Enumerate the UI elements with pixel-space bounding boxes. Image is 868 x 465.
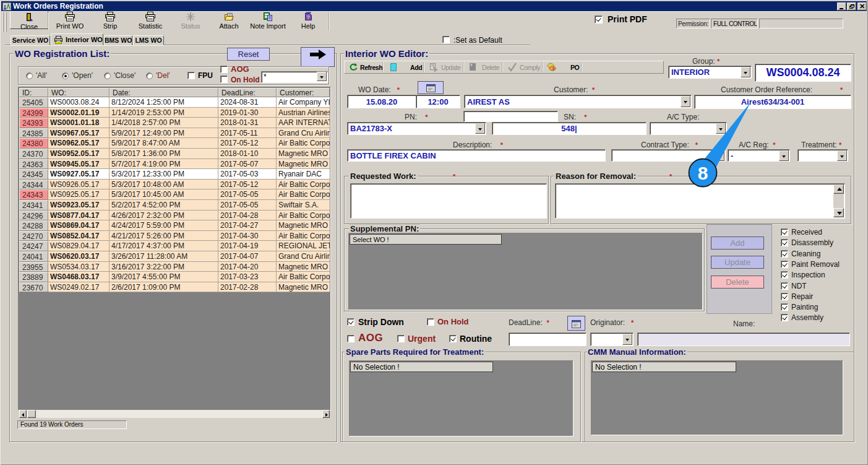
svg-text:?: ? <box>306 14 310 20</box>
svg-text:8: 8 <box>698 163 708 183</box>
